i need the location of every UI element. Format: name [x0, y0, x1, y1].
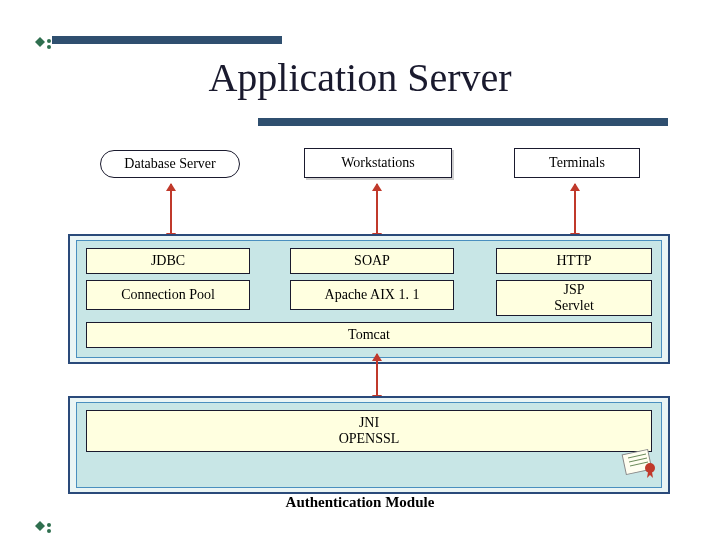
arrow-tomcat-jni	[376, 354, 378, 402]
jni-openssl-box: JNI OPENSSL	[86, 410, 652, 452]
svg-point-4	[645, 463, 655, 473]
terminals-box: Terminals	[514, 148, 640, 178]
bullet-icon	[34, 520, 46, 532]
workstations-box: Workstations	[304, 148, 452, 178]
auth-module-label: Authentication Module	[0, 494, 720, 511]
soap-box: SOAP	[290, 248, 454, 274]
connection-pool-box: Connection Pool	[86, 280, 250, 310]
jni-label: JNI	[359, 415, 379, 431]
mid-rule	[258, 118, 668, 126]
bullet-icon	[34, 36, 46, 48]
http-box: HTTP	[496, 248, 652, 274]
jsp-servlet-box: JSP Servlet	[496, 280, 652, 316]
database-server-box: Database Server	[100, 150, 240, 178]
tomcat-box: Tomcat	[86, 322, 652, 348]
top-rule	[52, 36, 282, 44]
apache-box: Apache AIX 1. 1	[290, 280, 454, 310]
certificate-icon	[618, 448, 658, 480]
arrow-tm-http	[574, 184, 576, 240]
jdbc-box: JDBC	[86, 248, 250, 274]
arrow-db-jdbc	[170, 184, 172, 240]
arrow-ws-soap	[376, 184, 378, 240]
slide-title: Application Server	[0, 54, 720, 101]
openssl-label: OPENSSL	[339, 431, 400, 447]
